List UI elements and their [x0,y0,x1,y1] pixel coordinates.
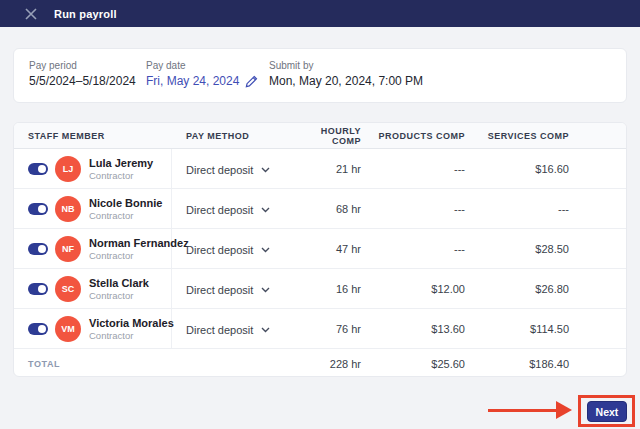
staff-enabled-toggle[interactable] [28,203,48,215]
pay-period-label: Pay period [29,60,146,71]
avatar: LJ [55,156,81,182]
pay-method-value: Direct deposit [186,324,253,336]
submit-by-value: Mon, May 20, 2024, 7:00 PM [269,74,423,88]
hourly-comp-cell: 47 hr [294,243,361,255]
pay-period-field: Pay period 5/5/2024–5/18/2024 [29,60,146,102]
chevron-down-icon [261,327,270,333]
staff-cell: SC Stella ClarkContractor [14,269,172,308]
avatar: SC [55,276,81,302]
avatar: NF [55,236,81,262]
toggle-knob [38,245,46,253]
hourly-comp-cell: 68 hr [294,203,361,215]
total-products: $25.60 [361,358,465,370]
edit-pencil-icon [245,75,258,88]
toggle-knob [38,325,46,333]
total-hourly: 228 hr [294,358,361,370]
toggle-knob [38,285,46,293]
pay-date-value: Fri, May 24, 2024 [146,74,239,88]
chevron-down-icon [261,287,270,293]
services-comp-cell: $16.60 [465,163,569,175]
staff-name: Stella Clark [89,277,149,289]
pay-method-select[interactable]: Direct deposit [186,284,270,296]
table-row: SC Stella ClarkContractor Direct deposit… [14,269,626,309]
table-row: NB Nicole BonnieContractor Direct deposi… [14,189,626,229]
submit-by-label: Submit by [269,60,423,71]
staff-name: Nicole Bonnie [89,197,162,209]
col-services-comp: SERVICES COMP [465,131,569,141]
staff-enabled-toggle[interactable] [28,163,48,175]
services-comp-cell: $114.50 [465,323,569,335]
pay-method-select[interactable]: Direct deposit [186,244,270,256]
col-hourly-comp: HOURLY COMP [294,126,361,146]
staff-cell: NF Norman FernandezContractor [14,229,172,268]
close-icon[interactable] [24,7,38,21]
pay-method-select[interactable]: Direct deposit [186,164,270,176]
pay-date-edit[interactable]: Fri, May 24, 2024 [146,74,269,88]
pay-method-select[interactable]: Direct deposit [186,324,270,336]
staff-name: Victoria Morales [89,317,174,329]
submit-by-field: Submit by Mon, May 20, 2024, 7:00 PM [269,60,423,102]
staff-cell: VM Victoria MoralesContractor [14,309,172,348]
total-label: TOTAL [14,359,172,369]
pay-method-value: Direct deposit [186,204,253,216]
staff-enabled-toggle[interactable] [28,283,48,295]
avatar: VM [55,316,81,342]
staff-role: Contractor [89,290,149,301]
staff-role: Contractor [89,170,153,181]
products-comp-cell: --- [361,203,465,215]
table-row: LJ Lula JeremyContractor Direct deposit … [14,149,626,189]
avatar: NB [55,196,81,222]
pay-period-value: 5/5/2024–5/18/2024 [29,74,146,88]
staff-cell: NB Nicole BonnieContractor [14,189,172,228]
pay-summary-card: Pay period 5/5/2024–5/18/2024 Pay date F… [13,48,627,103]
col-staff-member: STAFF MEMBER [14,131,172,141]
col-pay-method: PAY METHOD [172,131,294,141]
hourly-comp-cell: 16 hr [294,283,361,295]
chevron-down-icon [261,247,270,253]
pay-method-value: Direct deposit [186,164,253,176]
next-button[interactable]: Next [587,401,627,422]
products-comp-cell: $13.60 [361,323,465,335]
staff-role: Contractor [89,210,162,221]
pay-method-value: Direct deposit [186,284,253,296]
pay-method-select[interactable]: Direct deposit [186,204,270,216]
products-comp-cell: --- [361,163,465,175]
hourly-comp-cell: 76 hr [294,323,361,335]
modal-header: Run payroll [0,0,640,27]
pay-date-field: Pay date Fri, May 24, 2024 [146,60,269,102]
total-row: TOTAL 228 hr $25.60 $186.40 [14,349,626,377]
services-comp-cell: --- [465,203,569,215]
page-title: Run payroll [54,8,117,20]
annotation-arrow-head [556,401,572,419]
hourly-comp-cell: 21 hr [294,163,361,175]
staff-enabled-toggle[interactable] [28,323,48,335]
pay-date-label: Pay date [146,60,269,71]
staff-role: Contractor [89,330,174,341]
products-comp-cell: --- [361,243,465,255]
table-row: NF Norman FernandezContractor Direct dep… [14,229,626,269]
services-comp-cell: $28.50 [465,243,569,255]
toggle-knob [38,165,46,173]
staff-enabled-toggle[interactable] [28,243,48,255]
staff-name: Lula Jeremy [89,157,153,169]
col-products-comp: PRODUCTS COMP [361,131,465,141]
chevron-down-icon [261,207,270,213]
staff-cell: LJ Lula JeremyContractor [14,149,172,188]
pay-method-value: Direct deposit [186,244,253,256]
annotation-arrow-shaft [488,409,558,412]
total-services: $186.40 [465,358,569,370]
products-comp-cell: $12.00 [361,283,465,295]
table-header-row: STAFF MEMBER PAY METHOD HOURLY COMP PROD… [14,123,626,149]
payroll-table: STAFF MEMBER PAY METHOD HOURLY COMP PROD… [13,122,627,377]
annotation-arrow [488,401,574,419]
services-comp-cell: $26.80 [465,283,569,295]
chevron-down-icon [261,167,270,173]
table-row: VM Victoria MoralesContractor Direct dep… [14,309,626,349]
toggle-knob [38,205,46,213]
